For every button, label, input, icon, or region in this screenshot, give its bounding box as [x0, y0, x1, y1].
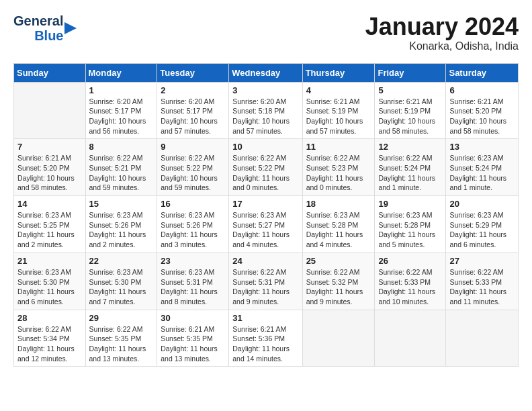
day-number: 15 — [89, 199, 154, 209]
day-number: 23 — [161, 256, 225, 266]
day-info: Sunrise: 6:21 AM Sunset: 5:19 PM Dayligh… — [378, 97, 442, 136]
calendar-cell: 25Sunrise: 6:22 AM Sunset: 5:32 PM Dayli… — [302, 253, 375, 310]
calendar-table: SundayMondayTuesdayWednesdayThursdayFrid… — [13, 63, 519, 367]
calendar-cell: 16Sunrise: 6:23 AM Sunset: 5:26 PM Dayli… — [157, 196, 229, 253]
calendar-cell: 4Sunrise: 6:21 AM Sunset: 5:19 PM Daylig… — [302, 82, 375, 139]
calendar-cell: 14Sunrise: 6:23 AM Sunset: 5:25 PM Dayli… — [14, 196, 86, 253]
day-info: Sunrise: 6:23 AM Sunset: 5:26 PM Dayligh… — [89, 210, 154, 250]
day-info: Sunrise: 6:22 AM Sunset: 5:21 PM Dayligh… — [89, 153, 154, 193]
calendar-cell: 21Sunrise: 6:23 AM Sunset: 5:30 PM Dayli… — [14, 253, 86, 310]
day-info: Sunrise: 6:23 AM Sunset: 5:28 PM Dayligh… — [378, 210, 442, 250]
calendar-cell: 17Sunrise: 6:23 AM Sunset: 5:27 PM Dayli… — [229, 196, 302, 253]
day-info: Sunrise: 6:21 AM Sunset: 5:20 PM Dayligh… — [449, 97, 515, 136]
day-info: Sunrise: 6:23 AM Sunset: 5:26 PM Dayligh… — [161, 210, 225, 250]
calendar-cell: 29Sunrise: 6:22 AM Sunset: 5:35 PM Dayli… — [85, 310, 157, 367]
day-info: Sunrise: 6:23 AM Sunset: 5:30 PM Dayligh… — [17, 267, 82, 307]
calendar-cell: 15Sunrise: 6:23 AM Sunset: 5:26 PM Dayli… — [85, 196, 157, 253]
calendar-cell: 20Sunrise: 6:23 AM Sunset: 5:29 PM Dayli… — [446, 196, 519, 253]
day-number: 20 — [449, 199, 515, 209]
calendar-cell — [302, 310, 375, 367]
calendar-cell: 31Sunrise: 6:21 AM Sunset: 5:36 PM Dayli… — [229, 310, 302, 367]
day-number: 28 — [17, 313, 82, 323]
day-info: Sunrise: 6:20 AM Sunset: 5:17 PM Dayligh… — [161, 97, 225, 136]
day-info: Sunrise: 6:23 AM Sunset: 5:27 PM Dayligh… — [232, 210, 298, 250]
day-number: 10 — [232, 142, 298, 152]
calendar-cell: 13Sunrise: 6:23 AM Sunset: 5:24 PM Dayli… — [446, 139, 519, 196]
day-info: Sunrise: 6:21 AM Sunset: 5:19 PM Dayligh… — [306, 97, 371, 136]
logo-icon — [64, 21, 77, 36]
day-info: Sunrise: 6:22 AM Sunset: 5:22 PM Dayligh… — [232, 153, 298, 193]
calendar-cell: 10Sunrise: 6:22 AM Sunset: 5:22 PM Dayli… — [229, 139, 302, 196]
day-number: 13 — [449, 142, 515, 152]
day-number: 2 — [161, 85, 225, 95]
day-number: 8 — [89, 142, 154, 152]
calendar-cell: 3Sunrise: 6:20 AM Sunset: 5:18 PM Daylig… — [229, 82, 302, 139]
day-info: Sunrise: 6:22 AM Sunset: 5:35 PM Dayligh… — [89, 324, 154, 364]
day-number: 7 — [17, 142, 82, 152]
svg-marker-0 — [64, 22, 77, 34]
day-info: Sunrise: 6:22 AM Sunset: 5:32 PM Dayligh… — [306, 267, 371, 307]
day-info: Sunrise: 6:22 AM Sunset: 5:22 PM Dayligh… — [161, 153, 225, 193]
day-info: Sunrise: 6:23 AM Sunset: 5:25 PM Dayligh… — [17, 210, 82, 250]
day-number: 5 — [378, 85, 442, 95]
weekday-header-sunday: Sunday — [14, 63, 86, 82]
calendar-cell: 30Sunrise: 6:21 AM Sunset: 5:35 PM Dayli… — [157, 310, 229, 367]
day-number: 27 — [449, 256, 515, 266]
calendar-cell — [14, 82, 86, 139]
calendar-cell: 22Sunrise: 6:23 AM Sunset: 5:30 PM Dayli… — [85, 253, 157, 310]
calendar-cell: 18Sunrise: 6:23 AM Sunset: 5:28 PM Dayli… — [302, 196, 375, 253]
day-info: Sunrise: 6:20 AM Sunset: 5:18 PM Dayligh… — [232, 97, 298, 136]
day-info: Sunrise: 6:22 AM Sunset: 5:33 PM Dayligh… — [378, 267, 442, 307]
day-info: Sunrise: 6:23 AM Sunset: 5:29 PM Dayligh… — [449, 210, 515, 250]
day-info: Sunrise: 6:20 AM Sunset: 5:17 PM Dayligh… — [89, 97, 154, 136]
day-info: Sunrise: 6:22 AM Sunset: 5:33 PM Dayligh… — [449, 267, 515, 307]
day-number: 18 — [306, 199, 371, 209]
day-number: 9 — [161, 142, 225, 152]
day-info: Sunrise: 6:22 AM Sunset: 5:31 PM Dayligh… — [232, 267, 298, 307]
day-info: Sunrise: 6:21 AM Sunset: 5:20 PM Dayligh… — [17, 153, 82, 193]
calendar-cell: 8Sunrise: 6:22 AM Sunset: 5:21 PM Daylig… — [85, 139, 157, 196]
weekday-header-thursday: Thursday — [302, 63, 375, 82]
day-number: 11 — [306, 142, 371, 152]
day-info: Sunrise: 6:21 AM Sunset: 5:36 PM Dayligh… — [232, 324, 298, 364]
month-title: January 2024 — [365, 13, 519, 40]
calendar-cell: 5Sunrise: 6:21 AM Sunset: 5:19 PM Daylig… — [375, 82, 446, 139]
weekday-header-monday: Monday — [85, 63, 157, 82]
page-header: General Blue January 2024 Konarka, Odish… — [13, 13, 519, 52]
day-number: 19 — [378, 199, 442, 209]
day-number: 1 — [89, 85, 154, 95]
day-info: Sunrise: 6:23 AM Sunset: 5:24 PM Dayligh… — [449, 153, 515, 193]
location: Konarka, Odisha, India — [365, 40, 519, 52]
calendar-cell: 11Sunrise: 6:22 AM Sunset: 5:23 PM Dayli… — [302, 139, 375, 196]
day-number: 31 — [232, 313, 298, 323]
calendar-cell: 24Sunrise: 6:22 AM Sunset: 5:31 PM Dayli… — [229, 253, 302, 310]
day-number: 6 — [449, 85, 515, 95]
day-number: 29 — [89, 313, 154, 323]
calendar-cell: 2Sunrise: 6:20 AM Sunset: 5:17 PM Daylig… — [157, 82, 229, 139]
day-number: 4 — [306, 85, 371, 95]
weekday-header-wednesday: Wednesday — [229, 63, 302, 82]
calendar-cell: 1Sunrise: 6:20 AM Sunset: 5:17 PM Daylig… — [85, 82, 157, 139]
day-number: 30 — [161, 313, 225, 323]
weekday-header-friday: Friday — [375, 63, 446, 82]
calendar-cell: 26Sunrise: 6:22 AM Sunset: 5:33 PM Dayli… — [375, 253, 446, 310]
weekday-header-saturday: Saturday — [446, 63, 519, 82]
day-info: Sunrise: 6:23 AM Sunset: 5:31 PM Dayligh… — [161, 267, 225, 307]
day-number: 14 — [17, 199, 82, 209]
calendar-cell: 9Sunrise: 6:22 AM Sunset: 5:22 PM Daylig… — [157, 139, 229, 196]
logo: General Blue — [13, 13, 77, 43]
logo-general: General — [13, 13, 63, 28]
calendar-cell: 28Sunrise: 6:22 AM Sunset: 5:34 PM Dayli… — [14, 310, 86, 367]
day-number: 16 — [161, 199, 225, 209]
day-number: 24 — [232, 256, 298, 266]
day-number: 17 — [232, 199, 298, 209]
day-info: Sunrise: 6:23 AM Sunset: 5:30 PM Dayligh… — [89, 267, 154, 307]
day-number: 3 — [232, 85, 298, 95]
day-info: Sunrise: 6:21 AM Sunset: 5:35 PM Dayligh… — [161, 324, 225, 364]
calendar-cell: 23Sunrise: 6:23 AM Sunset: 5:31 PM Dayli… — [157, 253, 229, 310]
title-block: January 2024 Konarka, Odisha, India — [365, 13, 519, 52]
day-info: Sunrise: 6:22 AM Sunset: 5:24 PM Dayligh… — [378, 153, 442, 193]
day-number: 26 — [378, 256, 442, 266]
calendar-cell: 7Sunrise: 6:21 AM Sunset: 5:20 PM Daylig… — [14, 139, 86, 196]
day-number: 25 — [306, 256, 371, 266]
